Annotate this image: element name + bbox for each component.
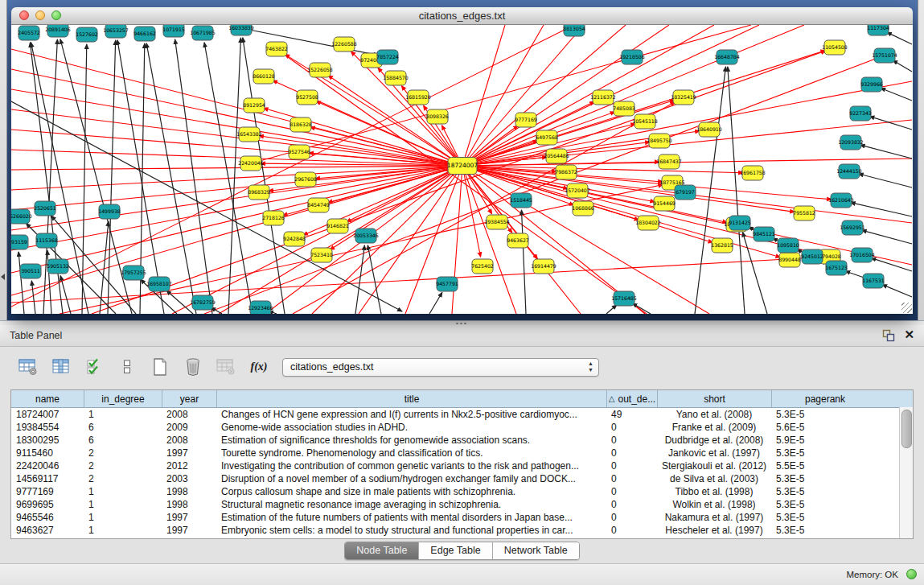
vertical-scrollbar[interactable] xyxy=(899,407,913,538)
table-cell[interactable]: Embryonic stem cells: a model to study s… xyxy=(216,525,606,536)
table-cell[interactable]: 1997 xyxy=(162,525,216,536)
graph-node[interactable]: 8912954 xyxy=(243,98,265,113)
scrollbar-thumb[interactable] xyxy=(901,410,912,448)
table-cell[interactable]: 1998 xyxy=(162,499,216,510)
table-row[interactable]: 1456911722003Disruption of a novel membe… xyxy=(11,472,913,485)
network-canvas[interactable]: 1872400774638228660128891295416543382224… xyxy=(11,25,913,314)
graph-node[interactable]: 9242848 xyxy=(283,232,306,246)
table-row[interactable]: 1830029562008Estimation of significance … xyxy=(11,434,913,447)
graph-node[interactable]: 10653257 xyxy=(103,25,129,38)
table-cell[interactable]: Corpus callosum shape and size in male p… xyxy=(216,486,606,497)
graph-node[interactable]: 1115368 xyxy=(35,233,58,248)
table-cell[interactable]: Wolkin et al. (1998) xyxy=(657,499,771,510)
graph-node[interactable]: 20891406 xyxy=(45,25,71,37)
graph-node[interactable]: 7986372 xyxy=(555,165,577,179)
table-cell[interactable]: 0 xyxy=(606,422,657,433)
table-cell[interactable]: 2003 xyxy=(162,473,216,484)
graph-node[interactable]: 9845121 xyxy=(753,227,775,241)
table-cell[interactable]: 14569117 xyxy=(11,473,84,484)
table-cell[interactable]: Nakamura et al. (1997) xyxy=(657,512,771,523)
table-cell[interactable]: 2009 xyxy=(162,422,216,433)
table-cell[interactable]: 1 xyxy=(84,499,162,510)
column-header-short[interactable]: short xyxy=(657,390,771,407)
table-cell[interactable]: Dudbridge et al. (2008) xyxy=(657,435,771,446)
graph-node[interactable]: 18640910 xyxy=(696,122,722,137)
tab-edge-table[interactable]: Edge Table xyxy=(418,542,491,559)
graph-node[interactable]: 25266020 xyxy=(11,209,32,224)
table-cell[interactable]: Estimation of significance thresholds fo… xyxy=(216,435,606,446)
graph-node[interactable]: 8968329 xyxy=(248,185,270,200)
graph-node[interactable]: 15720407 xyxy=(565,183,590,198)
table-cell[interactable]: 9463627 xyxy=(11,525,84,536)
graph-node[interactable]: 9527508 xyxy=(296,90,318,105)
graph-node[interactable]: 6497568 xyxy=(536,130,558,145)
graph-node[interactable]: 10671985 xyxy=(190,26,216,40)
table-cell[interactable]: 6 xyxy=(84,435,162,446)
graph-node[interactable]: 15884570 xyxy=(383,71,409,85)
table-cell[interactable]: 5.3E-5 xyxy=(771,525,878,536)
graph-node[interactable]: 12444158 xyxy=(836,164,862,179)
close-panel-icon[interactable]: ✕ xyxy=(904,328,914,342)
column-header-pagerank[interactable]: pagerank xyxy=(771,390,878,407)
graph-node[interactable]: 8186328 xyxy=(290,117,312,132)
table-cell[interactable]: 6 xyxy=(84,422,162,433)
graph-node[interactable]: 7485083 xyxy=(613,101,635,116)
graph-node[interactable]: 16847437 xyxy=(656,154,682,169)
table-cell[interactable]: 1997 xyxy=(162,512,216,523)
table-cell[interactable]: 1 xyxy=(84,512,162,523)
graph-node[interactable]: 15226058 xyxy=(307,63,333,77)
graph-node[interactable]: 1095810 xyxy=(777,238,799,253)
graph-node[interactable]: 390511 xyxy=(20,264,41,278)
graph-node[interactable]: 9131425 xyxy=(729,216,751,230)
graph-node[interactable]: 2967608 xyxy=(294,172,317,187)
graph-node[interactable]: 18325419 xyxy=(671,90,696,105)
table-row[interactable]: 1872400712008Changes of HCN gene express… xyxy=(11,408,913,421)
graph-node[interactable]: 7955812 xyxy=(793,206,815,220)
graph-node[interactable]: 15716485 xyxy=(611,291,637,306)
delete-table-icon[interactable] xyxy=(183,356,203,377)
graph-node[interactable]: 16815920 xyxy=(405,90,431,105)
graph-node[interactable]: 15692951 xyxy=(840,220,865,235)
table-cell[interactable]: 0 xyxy=(606,435,657,446)
table-cell[interactable]: 5.3E-5 xyxy=(771,409,878,420)
table-cell[interactable]: Franke et al. (2009) xyxy=(657,422,771,433)
graph-node[interactable]: 12093832 xyxy=(838,135,864,150)
table-cell[interactable]: 5.5E-5 xyxy=(771,460,878,472)
table-cell[interactable]: 0 xyxy=(606,499,657,510)
graph-node[interactable]: 17957255 xyxy=(121,266,146,280)
graph-node[interactable]: 2520651 xyxy=(34,201,56,216)
graph-node[interactable]: 9154469 xyxy=(653,196,676,211)
graph-node[interactable]: 20564486 xyxy=(544,149,569,163)
table-cell[interactable]: 0 xyxy=(606,486,657,497)
graph-node[interactable]: 18495750 xyxy=(647,134,672,148)
graph-node[interactable]: 1499938 xyxy=(98,204,121,219)
table-row[interactable]: 911546021997Tourette syndrome. Phenomeno… xyxy=(11,447,913,459)
graph-node[interactable]: 1117304 xyxy=(867,25,889,35)
graph-node[interactable]: 16543382 xyxy=(236,127,262,142)
table-cell[interactable]: 49 xyxy=(606,409,657,420)
table-cell[interactable]: 5.3E-5 xyxy=(771,512,878,523)
table-cell[interactable]: 2008 xyxy=(162,435,216,446)
table-cell[interactable]: 0 xyxy=(606,447,657,459)
table-cell[interactable]: 0 xyxy=(606,473,657,484)
graph-node[interactable]: 15751074 xyxy=(872,48,897,63)
row-height-icon[interactable] xyxy=(117,356,138,377)
table-cell[interactable]: 5.3E-5 xyxy=(771,473,878,484)
left-collapse-strip[interactable] xyxy=(0,0,7,320)
graph-node[interactable]: 7463822 xyxy=(265,42,288,56)
table-cell[interactable]: 2 xyxy=(84,473,162,484)
graph-node[interactable]: 5905132 xyxy=(47,259,69,274)
graph-node[interactable]: 16210643 xyxy=(828,193,854,208)
table-cell[interactable]: 9777169 xyxy=(11,486,84,497)
table-row[interactable]: 969969511998Structural magnetic resonanc… xyxy=(11,498,913,511)
graph-node[interactable]: 8813054 xyxy=(563,25,585,36)
table-cell[interactable]: Yano et al. (2008) xyxy=(657,409,771,420)
graph-node[interactable]: 8454749 xyxy=(307,198,330,212)
graph-node[interactable]: 22420046 xyxy=(238,156,264,171)
table-cell[interactable]: de Silva et al. (2003) xyxy=(657,473,771,484)
table-row[interactable]: 946362711997Embryonic stem cells: a mode… xyxy=(11,524,913,537)
column-header-name[interactable]: name xyxy=(11,390,84,407)
table-cell[interactable]: 9115460 xyxy=(11,447,84,459)
table-cell[interactable]: 0 xyxy=(606,512,657,523)
graph-node[interactable]: 7857224 xyxy=(376,50,399,64)
